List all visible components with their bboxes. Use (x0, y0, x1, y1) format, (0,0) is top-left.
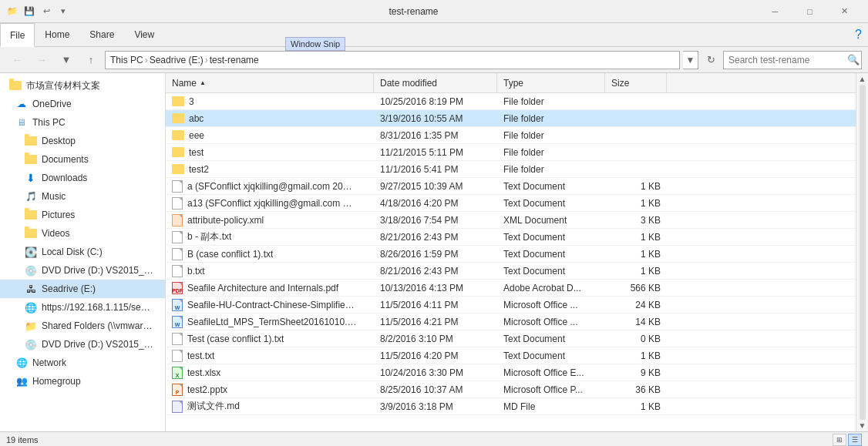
sidebar-item-desktop[interactable]: Desktop (0, 132, 165, 150)
sidebar-label: Seadrive (E:) (42, 283, 96, 294)
save-icon[interactable]: 💾 (23, 5, 35, 18)
sidebar-item-downloads[interactable]: ⬇ Downloads (0, 169, 165, 187)
cell-type: File folder (497, 130, 605, 141)
sidebar-item-onedrive[interactable]: ☁ OneDrive (0, 95, 165, 113)
cell-date: 11/5/2016 4:21 PM (374, 317, 497, 327)
search-box[interactable]: 🔍 (723, 51, 862, 69)
up-button[interactable]: ↑ (80, 51, 102, 69)
col-header-type[interactable]: Type (497, 73, 605, 92)
col-type-label: Type (503, 78, 523, 89)
onedrive-icon: ☁ (15, 98, 28, 110)
tab-view[interactable]: View (124, 23, 164, 46)
cell-type: Text Document (497, 249, 605, 260)
cell-date: 10/24/2016 3:30 PM (374, 367, 497, 378)
cell-type: Text Document (497, 198, 605, 209)
file-name: attribute-policy.xml (187, 215, 264, 226)
sidebar-item-dvd2[interactable]: 💿 DVD Drive (D:) VS2015_COM_E... (0, 335, 165, 354)
tab-file[interactable]: File (0, 23, 35, 47)
sidebar-item-videos[interactable]: Videos (0, 224, 165, 243)
table-row[interactable]: eee 8/31/2016 1:35 PM File folder (166, 127, 856, 144)
cell-type: Microsoft Office P... (497, 384, 605, 395)
sidebar-item-documents[interactable]: Documents (0, 150, 165, 169)
table-row[interactable]: a13 (SFConflict xjqkilling@gmail.com 20.… (166, 195, 856, 212)
cell-date: 11/1/2016 5:41 PM (374, 164, 497, 175)
table-row[interactable]: 3 10/25/2016 8:19 PM File folder (166, 93, 856, 110)
path-seadrive: Seadrive (E:) (150, 55, 204, 65)
table-row[interactable]: 测试文件.md 3/9/2016 3:18 PM MD File 1 KB (166, 398, 856, 415)
minimize-button[interactable]: ─ (758, 0, 792, 23)
col-header-size[interactable]: Size (605, 73, 667, 92)
sidebar-item-thispc[interactable]: 🖥 This PC (0, 113, 165, 132)
tab-share[interactable]: Share (79, 23, 124, 46)
table-row[interactable]: test 11/21/2015 5:11 PM File folder (166, 144, 856, 161)
file-name: abc (189, 113, 204, 124)
scroll-down-button[interactable]: ▼ (859, 421, 866, 430)
cell-type: Microsoft Office ... (497, 317, 605, 327)
sidebar-label: Shared Folders (\\vmware-ho... (42, 320, 153, 331)
sidebar-item-pictures[interactable]: Pictures (0, 206, 165, 224)
address-dropdown-button[interactable]: ▼ (683, 51, 698, 69)
details-view-button[interactable]: ☰ (848, 434, 862, 446)
cell-date: 3/19/2016 10:55 AM (374, 113, 497, 124)
table-row[interactable]: test2 11/1/2016 5:41 PM File folder (166, 161, 856, 178)
table-row[interactable]: b - 副本.txt 8/21/2016 2:43 PM Text Docume… (166, 229, 856, 246)
disk-icon: 💽 (25, 246, 37, 258)
tab-home[interactable]: Home (35, 23, 79, 46)
txt-icon (172, 180, 183, 193)
cell-size: 1 KB (605, 266, 667, 277)
cell-name: test (166, 147, 374, 158)
scroll-up-button[interactable]: ▲ (859, 75, 866, 83)
sidebar-item-folder-chinese[interactable]: 市场宣传材料文案 (0, 76, 165, 95)
file-name: test (189, 147, 204, 158)
table-row[interactable]: Ptest2.pptx 8/25/2016 10:37 AM Microsoft… (166, 381, 856, 398)
table-row[interactable]: abc 3/19/2016 10:55 AM File folder (166, 110, 856, 127)
status-bar: 19 items ⊞ ☰ (0, 431, 868, 446)
file-name: test2.pptx (187, 384, 227, 395)
cell-name: WSeafile-HU-Contract-Chinese-Simplified-… (166, 299, 374, 311)
sidebar-label: https://192.168.1.115/seafda... (42, 302, 153, 313)
sidebar-item-seadrive[interactable]: 🖧 Seadrive (E:) (0, 280, 165, 298)
cell-type: File folder (497, 96, 605, 107)
cell-date: 8/26/2016 1:59 PM (374, 249, 497, 260)
sidebar-item-shared[interactable]: 📁 Shared Folders (\\vmware-ho... (0, 317, 165, 335)
file-name: a13 (SFConflict xjqkilling@gmail.com 20.… (187, 198, 357, 209)
sidebar-item-homegroup[interactable]: 👥 Homegroup (0, 372, 165, 391)
ribbon-help-icon[interactable]: ? (855, 28, 862, 42)
back-button[interactable]: ← (6, 51, 28, 69)
col-header-name[interactable]: Name ▲ (166, 73, 374, 92)
table-row[interactable]: test.txt 11/5/2016 4:20 PM Text Document… (166, 347, 856, 364)
col-header-date[interactable]: Date modified (374, 73, 497, 92)
table-row[interactable]: Test (case conflict 1).txt 8/2/2016 3:10… (166, 330, 856, 347)
cell-name: B (case conflict 1).txt (166, 248, 374, 260)
sidebar-item-https[interactable]: 🌐 https://192.168.1.115/seafda... (0, 298, 165, 317)
large-icons-view-button[interactable]: ⊞ (833, 434, 846, 446)
close-button[interactable]: ✕ (827, 0, 862, 23)
table-row[interactable]: Xtest.xlsx 10/24/2016 3:30 PM Microsoft … (166, 364, 856, 381)
refresh-button[interactable]: ↻ (701, 51, 720, 69)
view-buttons: ⊞ ☰ (833, 434, 862, 446)
cell-date: 11/5/2016 4:11 PM (374, 300, 497, 310)
txt-icon (172, 350, 183, 362)
search-icon: 🔍 (847, 54, 860, 65)
file-name: Seafile Architecture and Internals.pdf (187, 283, 338, 293)
cell-type: Text Document (497, 181, 605, 192)
sidebar-item-music[interactable]: 🎵 Music (0, 187, 165, 206)
table-row[interactable]: a (SFConflict xjqkilling@gmail.com 2015-… (166, 178, 856, 195)
table-row[interactable]: WSeafile-HU-Contract-Chinese-Simplified-… (166, 297, 856, 314)
cell-name: test2 (166, 164, 374, 175)
undo-icon[interactable]: ↩ (40, 5, 52, 18)
recent-locations-button[interactable]: ▼ (56, 51, 77, 69)
table-row[interactable]: b.txt 8/21/2016 2:43 PM Text Document 1 … (166, 263, 856, 280)
sidebar-item-dvd1[interactable]: 💿 DVD Drive (D:) VS2015_COM_... (0, 261, 165, 280)
sidebar-item-localdisk[interactable]: 💽 Local Disk (C:) (0, 243, 165, 261)
table-row[interactable]: PDFSeafile Architecture and Internals.pd… (166, 280, 856, 297)
forward-button[interactable]: → (31, 51, 52, 69)
file-name: test.txt (187, 350, 214, 361)
table-row[interactable]: WSeafileLtd_MPS_TermSheet20161010.docx 1… (166, 314, 856, 330)
table-row[interactable]: B (case conflict 1).txt 8/26/2016 1:59 P… (166, 246, 856, 263)
table-row[interactable]: attribute-policy.xml 3/18/2016 7:54 PM X… (166, 212, 856, 229)
address-box[interactable]: This PC › Seadrive (E:) › test-rename (105, 51, 680, 69)
search-input[interactable] (728, 55, 844, 65)
maximize-button[interactable]: □ (792, 0, 827, 23)
sidebar-item-network[interactable]: 🌐 Network (0, 354, 165, 372)
